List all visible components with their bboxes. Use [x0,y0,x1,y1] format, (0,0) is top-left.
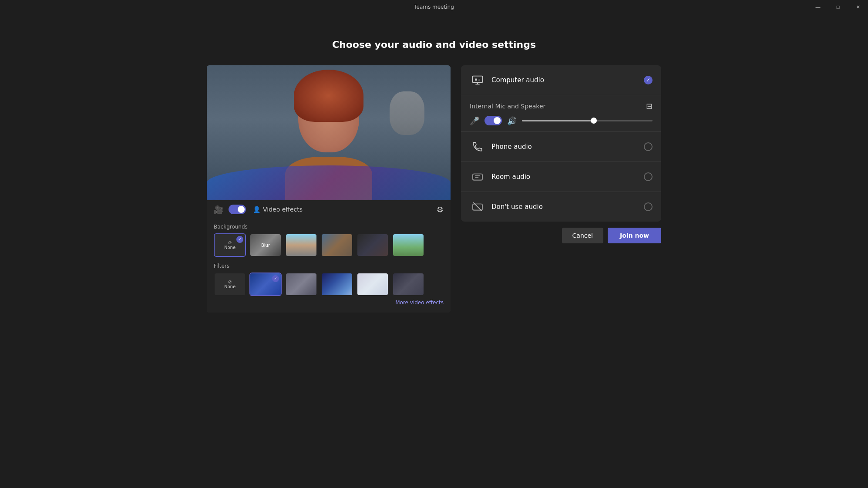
background-none[interactable]: ⊘ None ✓ [214,233,246,257]
svg-rect-0 [472,76,482,83]
phone-audio-label: Phone audio [491,143,638,151]
video-panel: 🎥 👤 Video effects ⚙️ Backgrounds ⊘ None [207,65,451,313]
dark-soft-preview [393,273,424,295]
audio-device-row: Internal Mic and Speaker ⊟ [470,101,653,111]
filter-gray[interactable] [285,273,317,296]
mic-toggle[interactable] [484,116,502,125]
filters-grid: ⊘ None ✓ [214,273,444,296]
camera-icon: 🎥 [214,205,223,214]
video-preview [207,65,451,200]
room-audio-option[interactable]: Room audio [461,162,661,192]
filter-none[interactable]: ⊘ None [214,273,246,296]
soft-filter-preview [357,273,388,295]
video-controls-bar: 🎥 👤 Video effects ⚙️ [207,200,451,219]
audio-panel-wrapper: Computer audio Internal Mic and Speaker … [461,65,661,222]
speaker-icon: 🔊 [507,116,517,125]
camera-toggle[interactable] [229,205,246,214]
gray-filter-preview [286,273,316,295]
background-outdoor[interactable] [392,233,424,257]
blue-dot-preview [322,273,352,295]
no-audio-icon [470,199,485,215]
computer-audio-icon [470,72,485,88]
filter-blue-wave[interactable]: ✓ [249,273,282,296]
bridge-preview [286,234,316,256]
video-effects-label: Video effects [263,206,303,213]
filters-label: Filters [214,263,444,269]
titlebar-title: Teams meeting [414,4,454,10]
audio-device-label: Internal Mic and Speaker [470,103,545,110]
maximize-button[interactable]: □ [828,0,848,14]
cancel-button[interactable]: Cancel [562,228,603,243]
filter-blue-wave-check: ✓ [272,275,279,282]
video-bg-decor [390,91,424,135]
video-effects-icon: 👤 [253,206,260,213]
settings-button[interactable]: ⚙️ [437,205,444,214]
no-filter-label: None [224,284,236,289]
no-audio-label: Don't use audio [491,203,638,211]
join-now-button[interactable]: Join now [608,228,661,243]
audio-submenu: Internal Mic and Speaker ⊟ 🎤 🔊 [461,95,661,132]
volume-slider-fill [522,120,594,121]
computer-audio-option[interactable]: Computer audio [461,65,661,95]
phone-audio-icon [470,139,485,155]
dark-office-preview [357,234,388,256]
camera-toggle-knob [238,206,245,213]
video-effects-button[interactable]: 👤 Video effects [253,206,303,213]
background-blur[interactable]: Blur [249,233,282,257]
office-preview [322,234,352,256]
minimize-button[interactable]: — [808,0,828,14]
bg-none-check: ✓ [236,236,243,243]
volume-slider-thumb[interactable] [591,118,597,124]
backgrounds-grid: ⊘ None ✓ Blur [214,233,444,257]
computer-audio-radio [644,76,653,84]
filter-soft[interactable] [357,273,389,296]
effects-section: Backgrounds ⊘ None ✓ Blur [207,219,451,313]
no-audio-option[interactable]: Don't use audio [461,192,661,222]
filter-dark-soft[interactable] [392,273,424,296]
background-dark-office[interactable] [357,233,389,257]
main-container: 🎥 👤 Video effects ⚙️ Backgrounds ⊘ None [207,65,661,313]
blur-preview: Blur [250,234,281,256]
room-audio-label: Room audio [491,173,638,181]
titlebar-controls: — □ ✕ [808,0,868,14]
no-bg-label: None [224,245,236,250]
phone-audio-radio [644,142,653,151]
no-bg-icon: ⊘ [228,240,232,245]
mic-toggle-knob [494,117,501,124]
audio-settings-icon[interactable]: ⊟ [646,101,653,111]
computer-audio-label: Computer audio [491,76,638,84]
more-video-effects-link[interactable]: More video effects [214,296,444,306]
titlebar: Teams meeting — □ ✕ [0,0,868,14]
audio-controls-row: 🎤 🔊 [470,116,653,125]
audio-panel: Computer audio Internal Mic and Speaker … [461,65,661,222]
page-heading: Choose your audio and video settings [0,39,868,50]
blur-label: Blur [261,243,270,248]
microphone-icon: 🎤 [470,116,479,125]
volume-slider[interactable] [522,120,653,121]
no-audio-radio [644,202,653,211]
filter-none-content: ⊘ None [215,273,245,295]
outdoor-preview [393,234,424,256]
svg-rect-1 [475,79,477,81]
room-audio-radio [644,172,653,181]
background-office[interactable] [321,233,353,257]
backgrounds-label: Backgrounds [214,224,444,230]
background-bridge[interactable] [285,233,317,257]
no-filter-icon: ⊘ [228,279,232,284]
camera-button[interactable]: 🎥 [214,205,223,214]
phone-audio-option[interactable]: Phone audio [461,132,661,162]
action-buttons: Cancel Join now [562,228,661,243]
video-overlay-wave [207,165,451,200]
room-audio-icon [470,169,485,185]
close-button[interactable]: ✕ [848,0,868,14]
filter-blue-dot[interactable] [321,273,353,296]
